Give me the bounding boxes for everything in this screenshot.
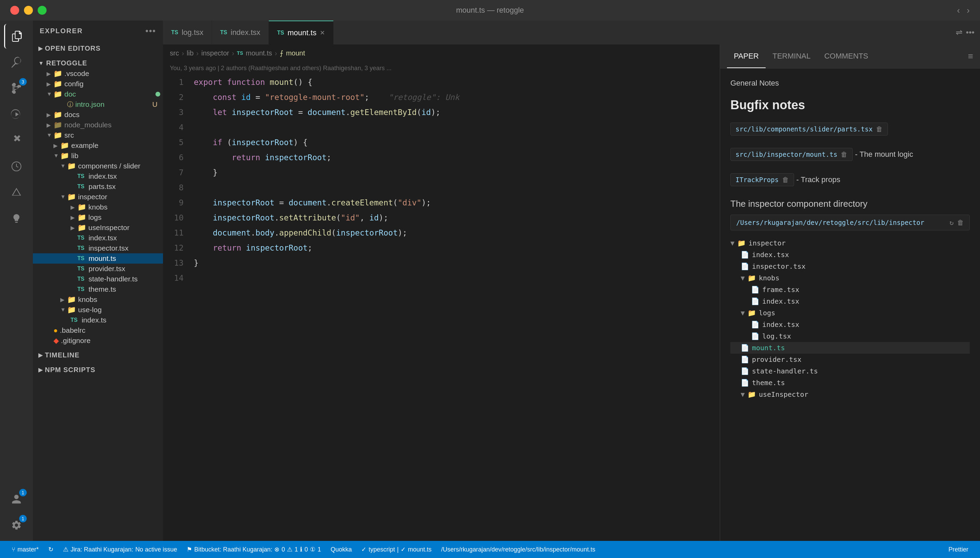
tree-item-use-log[interactable]: ▼ 📁 use-log (33, 305, 163, 315)
more-actions-icon[interactable]: ••• (966, 28, 975, 37)
ft-log-tsx[interactable]: 📄 log.tsx (730, 330, 970, 342)
tree-item-gitignore[interactable]: ◆ .gitignore (33, 335, 163, 346)
nav-forward[interactable]: › (967, 5, 970, 16)
note-delete-slider[interactable]: 🗑 (876, 125, 883, 133)
tree-item-example[interactable]: ▶ 📁 example (33, 140, 163, 151)
code-content[interactable]: export function mount() { const id = "re… (190, 75, 720, 541)
ft-useInspector[interactable]: ▼ 📁 useInspector (730, 389, 970, 400)
status-prettier[interactable]: Prettier (944, 541, 973, 558)
extensions-activity-icon[interactable] (4, 128, 29, 153)
tree-item-src[interactable]: ▼ 📁 src (33, 130, 163, 140)
tree-item-node-modules[interactable]: ▶ 📁 node_modules (33, 120, 163, 130)
source-control-activity-icon[interactable]: 3 (4, 76, 29, 101)
retoggle-header[interactable]: ▼ RETOGGLE (33, 58, 163, 69)
code-editor[interactable]: 1 2 3 4 5 6 7 8 9 10 11 12 13 (163, 75, 720, 541)
ft-provider[interactable]: 📄 provider.tsx (730, 354, 970, 365)
tree-item-vscode[interactable]: ▶ 📁 .vscode (33, 69, 163, 79)
ft-index-tsx[interactable]: 📄 index.tsx (730, 249, 970, 261)
ft-logs-index[interactable]: 📄 index.tsx (730, 319, 970, 330)
ft-logs[interactable]: ▼ 📁 logs (730, 307, 970, 319)
status-quokka[interactable]: Quokka (326, 541, 356, 558)
paper-dropdown-label[interactable]: General Notes (730, 79, 779, 88)
settings-activity-icon[interactable]: 1 (4, 513, 29, 537)
tree-item-docs[interactable]: ▶ 📁 docs (33, 110, 163, 120)
run-activity-icon[interactable] (4, 102, 29, 127)
activity-bar: 3 1 (0, 21, 33, 541)
breadcrumb-lib[interactable]: lib (187, 49, 194, 57)
status-bitbucket[interactable]: ⚑ Bitbucket: Raathi Kugarajan: ⊗ 0 ⚠ 1 ℹ… (182, 541, 326, 558)
code-line-8 (194, 180, 720, 195)
open-editors-header[interactable]: ▶ OPEN EDITORS (33, 43, 163, 54)
tree-item-parts[interactable]: TS parts.tsx (33, 181, 163, 192)
ft-inspector[interactable]: ▼ 📁 inspector (730, 237, 970, 249)
tab-log-tsx[interactable]: TS log.tsx (163, 21, 212, 44)
dir-delete-btn[interactable]: 🗑 (957, 218, 964, 226)
status-sync[interactable]: ↻ (43, 541, 58, 558)
tree-item-use-log-index[interactable]: TS index.ts (33, 315, 163, 325)
breadcrumb-mount-ts[interactable]: mount.ts (246, 49, 272, 57)
ft-state-handler[interactable]: 📄 state-handler.ts (730, 365, 970, 377)
timeline-activity-icon[interactable] (4, 154, 29, 179)
sidebar: EXPLORER ••• ▶ OPEN EDITORS ▼ RETOGGLE (33, 21, 163, 541)
tree-item-state-handler[interactable]: TS state-handler.ts (33, 274, 163, 284)
status-filepath[interactable]: /Users/rkugarajan/dev/retoggle/src/lib/i… (436, 541, 600, 558)
tree-item-useInspector[interactable]: ▶ 📁 useInspector (33, 223, 163, 233)
tab-paper[interactable]: PAPER (727, 44, 766, 68)
ft-inspector-tsx[interactable]: 📄 inspector.tsx (730, 261, 970, 272)
note-delete-mount[interactable]: 🗑 (840, 150, 847, 159)
tab-icon-index: TS (220, 30, 227, 36)
tree-item-inspector-tsx[interactable]: TS inspector.tsx (33, 243, 163, 253)
tree-item-doc[interactable]: ▼ 📁 doc (33, 89, 163, 99)
timeline-header[interactable]: ▶ TIMELINE (33, 350, 163, 361)
status-jira[interactable]: ⚠ Jira: Raathi Kugarajan: No active issu… (58, 541, 182, 558)
dir-refresh-btn[interactable]: ↻ (949, 218, 954, 226)
sidebar-more-icon[interactable]: ••• (146, 26, 156, 36)
tab-close-mount[interactable]: ✕ (320, 29, 325, 37)
close-button[interactable] (10, 6, 19, 15)
ft-frame[interactable]: 📄 frame.tsx (730, 284, 970, 295)
breadcrumb-src[interactable]: src (170, 49, 179, 57)
tree-item-slider-index[interactable]: TS index.tsx (33, 171, 163, 181)
tree-item-intro-json[interactable]: ⓙ intro.json U (33, 99, 163, 110)
deploy-activity-icon[interactable] (4, 180, 29, 205)
tree-item-config[interactable]: ▶ 📁 config (33, 79, 163, 89)
search-activity-icon[interactable] (4, 50, 29, 75)
tree-item-lib[interactable]: ▼ 📁 lib (33, 151, 163, 161)
paper-menu-icon[interactable]: ≡ (968, 51, 973, 62)
tree-item-knobs[interactable]: ▶ 📁 knobs (33, 202, 163, 212)
tab-terminal[interactable]: TERMINAL (766, 44, 817, 68)
tree-item-theme[interactable]: TS theme.ts (33, 284, 163, 294)
bulb-activity-icon[interactable] (4, 206, 29, 231)
minimize-button[interactable] (24, 6, 33, 15)
ft-knobs[interactable]: ▼ 📁 knobs (730, 272, 970, 284)
tree-item-components-slider[interactable]: ▼ 📁 components / slider (33, 161, 163, 171)
npm-scripts-header[interactable]: ▶ NPM SCRIPTS (33, 364, 163, 375)
maximize-button[interactable] (38, 6, 47, 15)
account-activity-icon[interactable]: 1 (4, 487, 29, 512)
nav-back[interactable]: ‹ (957, 5, 960, 16)
ft-theme[interactable]: 📄 theme.ts (730, 377, 970, 389)
ft-mount-ts[interactable]: 📄 mount.ts (730, 342, 970, 354)
breadcrumb-inspector[interactable]: inspector (201, 49, 229, 57)
tree-item-provider[interactable]: TS provider.tsx (33, 264, 163, 274)
paper-content[interactable]: General Notes Bugfix notes src/lib/compo… (720, 69, 980, 541)
tree-item-logs[interactable]: ▶ 📁 logs (33, 212, 163, 223)
tree-item-knobs2[interactable]: ▶ 📁 knobs (33, 294, 163, 305)
status-branch[interactable]: ⑂ master* (7, 541, 43, 558)
main-content: src › lib › inspector › TS mount.ts › ⨍ … (163, 44, 980, 541)
breadcrumb-sep2: › (196, 49, 199, 57)
explorer-activity-icon[interactable] (4, 24, 29, 49)
tree-item-mount-ts[interactable]: TS mount.ts (33, 253, 163, 264)
ft-knobs-index[interactable]: 📄 index.tsx (730, 295, 970, 307)
status-typescript[interactable]: ✓ typescript | ✓ mount.ts (356, 541, 436, 558)
breadcrumb-mount-fn[interactable]: mount (286, 49, 305, 57)
note-delete-itrack[interactable]: 🗑 (782, 176, 789, 184)
split-editor-icon[interactable]: ⇌ (956, 28, 962, 37)
svg-point-0 (12, 84, 15, 86)
tree-item-inspector-index[interactable]: TS index.tsx (33, 233, 163, 243)
tab-comments[interactable]: COMMENTS (817, 44, 875, 68)
tab-mount-ts[interactable]: TS mount.ts ✕ (269, 21, 333, 44)
tab-index-tsx[interactable]: TS index.tsx (212, 21, 269, 44)
tree-item-babelrc[interactable]: ● .babelrc (33, 325, 163, 335)
tree-item-inspector[interactable]: ▼ 📁 inspector (33, 192, 163, 202)
